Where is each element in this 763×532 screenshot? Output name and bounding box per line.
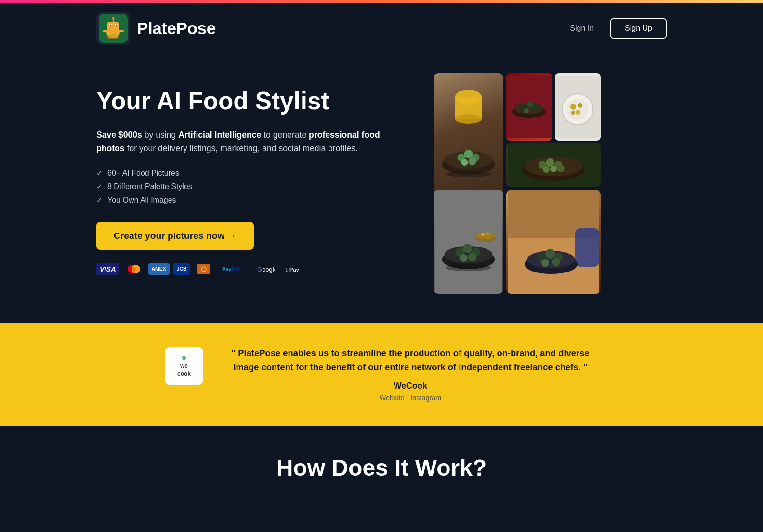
amex-icon: AMEX [148, 263, 170, 275]
svg-point-37 [532, 104, 538, 110]
svg-rect-70 [575, 228, 599, 267]
visa-icon: VISA [96, 263, 119, 275]
hero-desc-by: by using [142, 130, 178, 140]
svg-point-76 [541, 259, 549, 267]
svg-point-41 [567, 99, 588, 120]
svg-point-45 [571, 111, 575, 115]
logo-icon [96, 12, 130, 45]
wecook-logo: ✿ wecook [165, 347, 203, 385]
svg-point-54 [557, 165, 565, 172]
svg-point-5 [110, 25, 112, 26]
navbar: PlatePose Sign In Sign Up [0, 3, 763, 54]
svg-point-43 [578, 103, 582, 108]
hero-left: Your AI Food Stylist Save $000s by using… [96, 73, 405, 275]
hero-features-list: 60+ AI Food Pictures 8 Different Palette… [96, 169, 405, 205]
svg-point-29 [461, 159, 468, 166]
cta-button[interactable]: Create your pictures now → [96, 222, 254, 250]
svg-text:Pay: Pay [222, 266, 232, 272]
svg-point-42 [570, 104, 576, 110]
testimonial-links: Website - Instagram [223, 394, 598, 402]
hero-description: Save $000s by using Artificial Intellige… [96, 128, 405, 155]
hero-desc-for: for your delivery listings, marketing, a… [125, 143, 358, 153]
svg-text: Pay:  Pay [286, 267, 300, 272]
hero-section: Your AI Food Stylist Save $000s by using… [0, 54, 763, 323]
svg-rect-2 [107, 22, 119, 30]
svg-point-38 [524, 108, 529, 113]
svg-point-74 [545, 249, 555, 259]
svg-text:Google: Google [257, 266, 275, 273]
svg-point-30 [469, 157, 476, 165]
hero-desc-save: Save $000s [96, 130, 142, 140]
testimonial-instagram-link[interactable]: Instagram [410, 394, 441, 402]
testimonial-inner: ✿ wecook " PlatePose enables us to strea… [165, 347, 598, 402]
testimonial-company-name: WeCook [223, 381, 598, 391]
feature-item-2: 8 Different Palette Styles [96, 182, 405, 191]
testimonial-quote: " PlatePose enables us to streamline the… [223, 347, 598, 374]
nav-actions: Sign In Sign Up [563, 18, 667, 39]
feature-item-3: You Own All Images [96, 196, 405, 205]
how-title: How Does It Work? [96, 454, 667, 481]
svg-text:Pal: Pal [232, 266, 240, 272]
signin-button[interactable]: Sign In [563, 20, 601, 37]
svg-point-66 [481, 233, 485, 236]
feature-item-1: 60+ AI Food Pictures [96, 169, 405, 178]
svg-point-61 [460, 254, 468, 262]
hero-photo-grid [434, 73, 617, 294]
svg-rect-15 [197, 264, 210, 274]
jcb-icon: JCB [173, 263, 190, 275]
payment-icons: VISA AMEX JCB [96, 263, 405, 275]
mastercard-icon [123, 263, 145, 275]
signup-button[interactable]: Sign Up [610, 18, 667, 39]
svg-point-6 [116, 25, 118, 26]
svg-point-27 [464, 150, 473, 158]
hero-title: Your AI Food Stylist [96, 88, 405, 115]
svg-point-53 [543, 166, 550, 173]
hero-desc-to-gen: to generate [261, 130, 309, 140]
svg-point-63 [446, 264, 492, 271]
svg-point-59 [463, 244, 473, 253]
svg-point-31 [446, 171, 492, 177]
svg-point-23 [455, 114, 482, 124]
svg-rect-11 [103, 30, 107, 32]
gpay-icon: Google [253, 263, 278, 275]
testimonial-content: " PlatePose enables us to streamline the… [223, 347, 598, 402]
svg-point-44 [576, 110, 580, 115]
applepay-icon:  Pay [282, 263, 314, 275]
svg-point-52 [550, 166, 557, 172]
food-photo-4 [506, 143, 601, 187]
logo-text: PlatePose [137, 19, 216, 38]
svg-point-10 [108, 34, 118, 38]
food-photo-5 [434, 190, 503, 294]
svg-point-67 [486, 232, 490, 236]
testimonial-section: ✿ wecook " PlatePose enables us to strea… [0, 323, 763, 426]
hero-desc-ai: Artificial Intelligence [178, 130, 261, 140]
logo-container: PlatePose [96, 12, 216, 45]
svg-point-65 [476, 233, 495, 239]
svg-point-77 [552, 258, 560, 266]
svg-rect-55 [435, 190, 502, 294]
food-photo-3 [555, 73, 601, 141]
svg-rect-12 [119, 30, 124, 32]
svg-point-62 [468, 253, 477, 261]
svg-point-8 [112, 17, 115, 20]
testimonial-website-link[interactable]: Website [380, 394, 405, 402]
testimonial-separator: - [406, 394, 410, 402]
other-card-icon [194, 263, 214, 275]
paypal-icon: Pay Pal [218, 263, 250, 275]
how-section: How Does It Work? [0, 426, 763, 500]
food-photo-6 [506, 190, 601, 294]
food-photo-2 [506, 73, 552, 141]
